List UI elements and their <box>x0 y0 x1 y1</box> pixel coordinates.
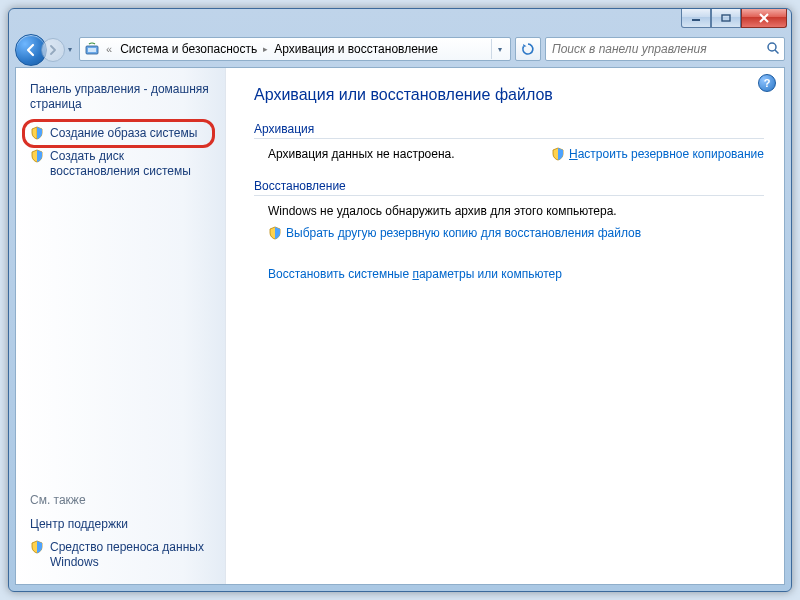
nav-history-dropdown[interactable]: ▾ <box>65 44 75 54</box>
restore-system-settings-link[interactable]: Восстановить системные параметры или ком… <box>268 267 562 281</box>
sidebar: Панель управления - домашняя страница Со… <box>16 68 226 584</box>
backup-status-text: Архивация данных не настроена. <box>268 147 551 161</box>
forward-button[interactable] <box>41 38 65 62</box>
help-icon[interactable]: ? <box>758 74 776 92</box>
shield-icon <box>30 126 44 140</box>
nav-buttons: ▾ <box>15 34 75 64</box>
svg-rect-0 <box>692 19 700 21</box>
page-title: Архивация или восстановление файлов <box>254 86 764 104</box>
main-panel: ? Архивация или восстановление файлов Ар… <box>226 68 784 584</box>
sidebar-spacer <box>16 183 225 487</box>
client-area: Панель управления - домашняя страница Со… <box>15 67 785 585</box>
sidebar-heading[interactable]: Панель управления - домашняя страница <box>16 80 225 122</box>
maximize-button[interactable] <box>711 9 741 28</box>
choose-other-backup-link[interactable]: Выбрать другую резервную копию для восст… <box>268 226 641 240</box>
shield-icon <box>30 540 44 554</box>
shield-icon <box>268 226 282 240</box>
setup-backup-text: Настроить резервное копирование <box>569 147 764 161</box>
minimize-button[interactable] <box>681 9 711 28</box>
sidebar-item-create-repair-disc[interactable]: Создать диск восстановления системы <box>16 145 225 183</box>
control-panel-icon <box>84 41 100 57</box>
address-bar[interactable]: « Система и безопасность ▸ Архивация и в… <box>79 37 511 61</box>
sidebar-item-label: Создание образа системы <box>50 126 215 141</box>
sidebar-item-label: Создать диск восстановления системы <box>50 149 215 179</box>
svg-rect-1 <box>722 15 730 21</box>
chevron-right-icon: ▸ <box>261 44 270 54</box>
backup-heading: Архивация <box>254 122 764 136</box>
shield-icon <box>30 149 44 163</box>
toolbar: ▾ « Система и безопасность ▸ Архивация и… <box>15 33 785 65</box>
shield-icon <box>551 147 565 161</box>
see-also-easy-transfer[interactable]: Средство переноса данных Windows <box>16 536 225 574</box>
breadcrumb-segment-1[interactable]: Система и безопасность <box>116 42 261 56</box>
divider <box>254 138 764 139</box>
see-also-heading: См. также <box>16 487 225 513</box>
search-input[interactable] <box>550 41 766 57</box>
search-box[interactable] <box>545 37 785 61</box>
restore-heading: Восстановление <box>254 179 764 193</box>
address-dropdown[interactable]: ▾ <box>491 39 508 59</box>
breadcrumb-segment-2[interactable]: Архивация и восстановление <box>270 42 442 56</box>
svg-point-4 <box>768 43 776 51</box>
close-button[interactable] <box>741 9 787 28</box>
window-frame: ▾ « Система и безопасность ▸ Архивация и… <box>8 8 792 592</box>
refresh-button[interactable] <box>515 37 541 61</box>
divider <box>254 195 764 196</box>
sidebar-item-create-system-image[interactable]: Создание образа системы <box>16 122 225 145</box>
choose-other-text: Выбрать другую резервную копию для восст… <box>286 226 641 240</box>
title-bar <box>9 9 791 33</box>
search-icon[interactable] <box>766 41 780 58</box>
svg-line-5 <box>775 50 779 54</box>
svg-rect-3 <box>88 48 96 52</box>
restore-status-text: Windows не удалось обнаружить архив для … <box>268 204 764 218</box>
window-button-group <box>681 9 787 28</box>
see-also-action-center[interactable]: Центр поддержки <box>16 513 225 536</box>
setup-backup-link[interactable]: Настроить резервное копирование <box>551 147 764 161</box>
breadcrumb-overflow-icon[interactable]: « <box>106 43 112 55</box>
